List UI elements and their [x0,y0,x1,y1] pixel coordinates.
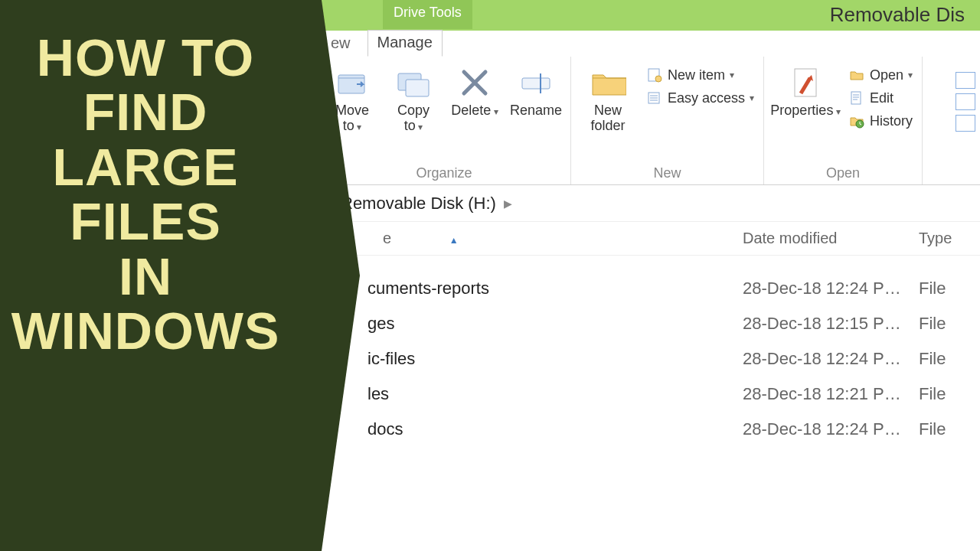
file-type: File [919,279,946,298]
edit-icon [848,90,865,106]
delete-x-icon [456,64,493,101]
list-item[interactable]: ges 28-Dec-18 12:15 P… File [0,306,980,341]
file-date: 28-Dec-18 12:24 P… [743,279,901,298]
context-tab-drive-tools[interactable]: Drive Tools [383,0,472,29]
file-date: 28-Dec-18 12:24 P… [743,349,901,369]
invert-select-icon[interactable] [956,115,975,132]
file-name: ges [368,314,394,334]
select-all-icon[interactable] [956,72,975,89]
breadcrumb-bar[interactable]: Removable Disk (H:) ▶ [0,185,980,222]
column-header-name[interactable]: e ▲ [383,230,459,247]
file-type: File [919,384,946,404]
properties-label: Properties [770,103,840,119]
tab-view-partial[interactable]: ew [322,31,360,57]
delete-label: Delete [451,103,498,119]
file-name: cuments-reports [368,279,489,298]
easy-access-icon [646,90,663,106]
easy-access-label: Easy access [668,90,745,106]
group-label-open: Open [770,165,916,183]
file-name: ic-files [368,349,415,369]
svg-rect-3 [522,78,550,89]
file-list: cuments-reports 28-Dec-18 12:24 P… File … [0,256,980,447]
svg-point-6 [655,76,662,82]
copy-to-label: Copyto [397,103,430,135]
tab-manage[interactable]: Manage [368,30,443,57]
group-label-new: New [577,165,757,183]
folder-copy-icon [395,64,432,101]
column-header-date[interactable]: Date modified [743,230,837,247]
list-item[interactable]: cuments-reports 28-Dec-18 12:24 P… File [0,271,980,306]
rename-icon [518,64,554,101]
ribbon: Moveto Copyto Delete Rename Org [0,57,980,185]
file-date: 28-Dec-18 12:21 P… [743,384,901,404]
history-label: History [870,113,913,129]
new-folder-icon [590,64,626,101]
open-label: Open [870,67,903,83]
properties-icon [787,64,824,101]
file-type: File [919,419,946,439]
ribbon-group-organize: Moveto Copyto Delete Rename Org [318,57,571,184]
new-item-label: New item [668,67,725,83]
list-item[interactable]: ic-files 28-Dec-18 12:24 P… File [0,341,980,377]
new-folder-button[interactable]: Newfolder [577,61,639,133]
titlebar: Drive Tools Removable Dis [0,0,980,31]
file-date: 28-Dec-18 12:24 P… [743,419,901,439]
select-none-icon[interactable] [956,93,975,110]
properties-button[interactable]: Properties [770,61,841,119]
ribbon-view-icons [956,72,975,132]
edit-button[interactable]: Edit [845,87,916,109]
new-folder-label: Newfolder [590,103,625,133]
edit-label: Edit [870,90,893,106]
ribbon-tabs: ew Manage [0,31,980,57]
sort-asc-icon: ▲ [449,235,459,246]
file-type: File [919,314,946,334]
history-icon [848,112,865,129]
new-item-button[interactable]: New item [643,64,757,86]
window-title: Removable Dis [830,3,965,27]
svg-rect-9 [851,92,861,104]
move-to-button[interactable]: Moveto [324,61,381,135]
history-button[interactable]: History [845,110,916,132]
file-name: les [368,384,389,404]
rename-label: Rename [510,103,562,118]
open-icon [848,67,865,83]
column-header-row: e ▲ Date modified Type [0,222,980,256]
svg-rect-2 [406,80,429,96]
file-name: docs [368,419,403,439]
file-date: 28-Dec-18 12:15 P… [743,314,901,334]
file-type: File [919,349,946,369]
new-item-icon [646,67,663,83]
chevron-right-icon[interactable]: ▶ [504,197,512,210]
list-item[interactable]: docs 28-Dec-18 12:24 P… File [0,412,980,447]
folder-move-icon [334,64,371,101]
list-item[interactable]: les 28-Dec-18 12:21 P… File [0,377,980,412]
move-to-label: Moveto [335,103,369,135]
column-name-text: e [383,230,391,246]
easy-access-button[interactable]: Easy access [643,87,757,109]
group-label-organize: Organize [324,165,564,183]
breadcrumb-current[interactable]: Removable Disk (H:) [341,194,496,214]
rename-button[interactable]: Rename [508,61,564,118]
copy-to-button[interactable]: Copyto [385,61,442,135]
open-button[interactable]: Open [845,64,916,86]
column-header-type[interactable]: Type [919,230,952,247]
ribbon-group-new: Newfolder New item Easy access New [571,57,764,184]
ribbon-group-open: Properties Open Edit [764,57,923,184]
delete-button[interactable]: Delete [446,61,503,119]
